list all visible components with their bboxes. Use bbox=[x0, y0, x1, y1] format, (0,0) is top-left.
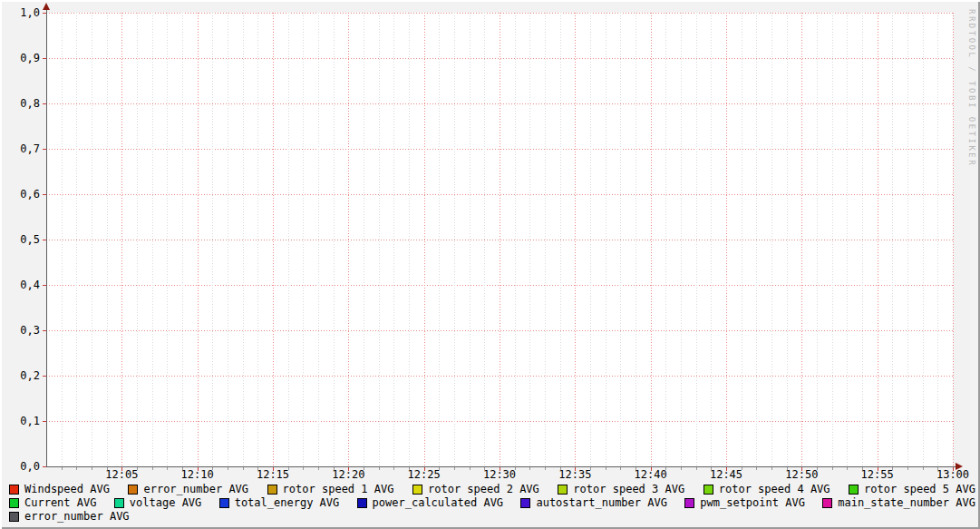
x-axis-label: 12:45 bbox=[699, 469, 753, 481]
legend-color-swatch-icon bbox=[703, 485, 713, 495]
gridline-minor-vertical bbox=[817, 13, 818, 466]
legend-item: rotor speed 1 AVG bbox=[267, 483, 394, 496]
legend-color-swatch-icon bbox=[128, 485, 138, 495]
gridline-minor-vertical bbox=[636, 13, 636, 466]
legend-color-swatch-icon bbox=[114, 498, 124, 508]
gridline-minor-vertical bbox=[182, 13, 183, 466]
gridline-minor-vertical bbox=[76, 13, 77, 466]
legend-item: error_number AVG bbox=[128, 483, 248, 496]
x-axis-tick bbox=[288, 467, 289, 470]
legend-color-swatch-icon bbox=[357, 498, 367, 508]
gridline-minor-vertical bbox=[892, 13, 893, 466]
legend-item: main_state_number AVG bbox=[822, 496, 975, 510]
x-axis-tick bbox=[76, 467, 77, 470]
legend-color-swatch-icon bbox=[9, 512, 19, 522]
legend-color-swatch-icon bbox=[684, 498, 694, 508]
x-axis-label: 12:15 bbox=[246, 469, 300, 481]
x-axis-tick bbox=[364, 467, 364, 470]
gridline-minor-vertical bbox=[92, 13, 92, 466]
rrdtool-graph: 0,00,10,20,30,40,50,60,70,80,91,012:0512… bbox=[0, 0, 980, 529]
gridline-minor-vertical bbox=[364, 13, 364, 466]
x-axis-label: 12:25 bbox=[397, 469, 451, 481]
legend-item-label: power_calculated AVG bbox=[373, 496, 504, 510]
gridline-minor-vertical bbox=[334, 13, 335, 466]
legend-item: rotor speed 5 AVG bbox=[849, 483, 975, 496]
x-axis-tick bbox=[318, 467, 319, 470]
gridline-major-vertical bbox=[500, 13, 500, 466]
watermark: RRDTOOL / TOBI OETIKER bbox=[967, 9, 976, 167]
x-axis-tick bbox=[665, 467, 666, 470]
legend-color-swatch-icon bbox=[520, 498, 530, 508]
gridline-minor-vertical bbox=[107, 13, 108, 466]
y-axis-label: 0,5 bbox=[0, 233, 40, 246]
x-axis-tick bbox=[771, 467, 772, 470]
gridline-minor-vertical bbox=[756, 13, 757, 466]
legend-item: Windspeed AVG bbox=[9, 483, 110, 496]
gridline-minor-vertical bbox=[711, 13, 712, 466]
gridline-minor-vertical bbox=[243, 13, 244, 466]
x-axis-label: 12:05 bbox=[94, 469, 149, 481]
gridline-major-vertical bbox=[801, 13, 802, 466]
gridline-minor-vertical bbox=[590, 13, 591, 466]
x-axis-tick bbox=[817, 467, 818, 470]
gridline-major-vertical bbox=[348, 13, 349, 466]
gridline-major-vertical bbox=[273, 13, 274, 466]
x-axis-label: 13:00 bbox=[926, 469, 980, 481]
legend-item-label: rotor speed 3 AVG bbox=[573, 483, 684, 496]
x-axis-label: 12:40 bbox=[624, 469, 678, 481]
gridline-minor-vertical bbox=[832, 13, 833, 466]
gridline-minor-vertical bbox=[409, 13, 410, 466]
gridline-major-vertical bbox=[726, 13, 727, 466]
x-axis-tick bbox=[590, 467, 591, 470]
gridline-major-vertical bbox=[198, 13, 199, 466]
x-axis-tick bbox=[545, 467, 546, 470]
gridline-minor-vertical bbox=[545, 13, 546, 466]
x-axis-label: 12:30 bbox=[472, 469, 527, 481]
legend-color-swatch-icon bbox=[558, 485, 568, 495]
gridline-minor-vertical bbox=[439, 13, 440, 466]
x-axis-label: 12:55 bbox=[850, 469, 905, 481]
gridline-minor-vertical bbox=[137, 13, 138, 466]
x-axis-tick bbox=[620, 467, 621, 470]
x-axis-tick bbox=[303, 467, 304, 470]
x-axis-tick bbox=[756, 467, 757, 470]
legend-row: error_number AVG bbox=[9, 510, 975, 524]
gridline-minor-vertical bbox=[742, 13, 742, 466]
gridline-major-vertical bbox=[953, 13, 954, 466]
gridline-minor-vertical bbox=[318, 13, 319, 466]
x-axis-tick bbox=[681, 467, 682, 470]
gridline-minor-vertical bbox=[937, 13, 938, 466]
gridline-minor-vertical bbox=[787, 13, 788, 466]
legend-item-label: voltage AVG bbox=[130, 496, 201, 510]
x-axis-label: 12:20 bbox=[321, 469, 375, 481]
gridline-major-vertical bbox=[121, 13, 122, 466]
gridline-minor-vertical bbox=[560, 13, 561, 466]
legend-item-label: Windspeed AVG bbox=[24, 483, 110, 496]
legend-item-label: rotor speed 5 AVG bbox=[864, 483, 975, 496]
legend-row: Current AVGvoltage AVGtotal_energy AVGpo… bbox=[9, 496, 975, 510]
gridline-minor-vertical bbox=[288, 13, 289, 466]
gridline-minor-vertical bbox=[696, 13, 697, 466]
y-axis-label: 0,0 bbox=[0, 460, 40, 473]
gridline-minor-vertical bbox=[847, 13, 848, 466]
gridline-minor-vertical bbox=[907, 13, 908, 466]
y-axis-label: 1,0 bbox=[0, 6, 40, 19]
x-axis-tick bbox=[137, 467, 138, 470]
x-axis-tick bbox=[847, 467, 848, 470]
x-axis-tick bbox=[470, 467, 471, 470]
x-axis-tick bbox=[379, 467, 380, 470]
x-axis-tick bbox=[923, 467, 924, 470]
gridline-minor-vertical bbox=[303, 13, 304, 466]
x-axis-label: 12:10 bbox=[170, 469, 225, 481]
legend-color-swatch-icon bbox=[9, 498, 19, 508]
legend-item-label: autostart_number AVG bbox=[536, 496, 667, 510]
legend-color-swatch-icon bbox=[849, 485, 859, 495]
legend-item: voltage AVG bbox=[114, 496, 201, 510]
x-axis-tick bbox=[892, 467, 893, 470]
y-axis-label: 0,6 bbox=[0, 188, 40, 201]
legend-item: power_calculated AVG bbox=[357, 496, 504, 510]
y-axis-label: 0,9 bbox=[0, 52, 40, 64]
x-axis-tick bbox=[742, 467, 742, 470]
x-axis-line bbox=[46, 466, 957, 467]
legend-color-swatch-icon bbox=[267, 485, 277, 495]
